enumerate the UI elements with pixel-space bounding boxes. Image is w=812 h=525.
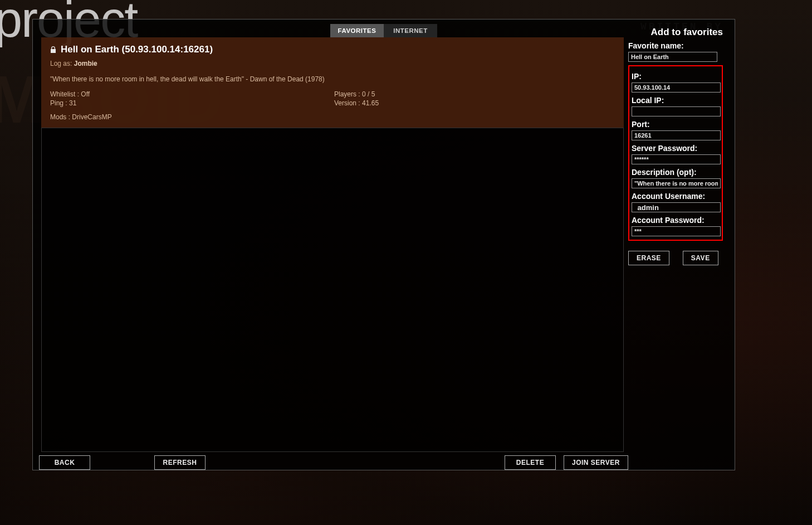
account-password-input[interactable] <box>632 226 721 236</box>
lock-icon <box>50 46 56 54</box>
favorite-name-input[interactable] <box>628 52 717 62</box>
server-password-input[interactable] <box>632 154 721 164</box>
whitelist-value: Off <box>81 90 90 98</box>
save-button[interactable]: SAVE <box>683 251 718 265</box>
mods-label: Mods : <box>50 113 70 121</box>
players-label: Players : <box>334 90 360 98</box>
mods-value: DriveCarsMP <box>72 113 111 121</box>
local-ip-label: Local IP: <box>632 96 720 105</box>
delete-button[interactable]: DELETE <box>505 455 556 470</box>
server-title: Hell on Earth (50.93.100.14:16261) <box>61 44 213 55</box>
description-input[interactable] <box>632 178 721 188</box>
ip-label: IP: <box>632 72 720 81</box>
account-username-label: Account Username: <box>632 192 720 201</box>
login-name: Jombie <box>74 60 97 67</box>
tab-favorites[interactable]: FAVORITES <box>330 24 384 37</box>
whitelist-label: Whitelist : <box>50 90 79 98</box>
bottom-bar: BACK REFRESH DELETE JOIN SERVER <box>39 454 628 471</box>
join-server-button[interactable]: JOIN SERVER <box>564 455 628 470</box>
version-label: Version : <box>334 99 360 107</box>
version-value: 41.65 <box>362 99 379 107</box>
description-label: Description (opt): <box>632 168 720 177</box>
favorites-panel-title: Add to favorites <box>628 27 723 38</box>
back-button[interactable]: BACK <box>39 455 90 470</box>
account-password-label: Account Password: <box>632 216 720 225</box>
tab-bar: FAVORITES INTERNET <box>330 24 437 37</box>
highlighted-connection-fields: IP: Local IP: Port: Server Password: Des… <box>628 65 723 241</box>
tab-internet[interactable]: INTERNET <box>384 24 437 37</box>
favorite-name-label: Favorite name: <box>628 41 723 50</box>
local-ip-input[interactable] <box>632 106 721 116</box>
server-list-area[interactable] <box>41 128 624 452</box>
server-info-panel[interactable]: Hell on Earth (50.93.100.14:16261) Log a… <box>41 37 624 128</box>
erase-button[interactable]: ERASE <box>628 251 669 265</box>
port-input[interactable] <box>632 130 721 140</box>
login-row: Log as: Jombie <box>50 60 615 67</box>
ping-value: 31 <box>69 99 76 107</box>
ping-label: Ping : <box>50 99 67 107</box>
players-value: 0 / 5 <box>362 90 375 98</box>
port-label: Port: <box>632 120 720 129</box>
add-to-favorites-panel: Add to favorites Favorite name: IP: Loca… <box>628 27 723 265</box>
server-password-label: Server Password: <box>632 144 720 153</box>
server-description: "When there is no more room in hell, the… <box>50 75 615 83</box>
refresh-button[interactable]: REFRESH <box>154 455 206 470</box>
account-username-input[interactable] <box>632 202 721 212</box>
login-label: Log as: <box>50 60 72 67</box>
ip-input[interactable] <box>632 82 721 93</box>
